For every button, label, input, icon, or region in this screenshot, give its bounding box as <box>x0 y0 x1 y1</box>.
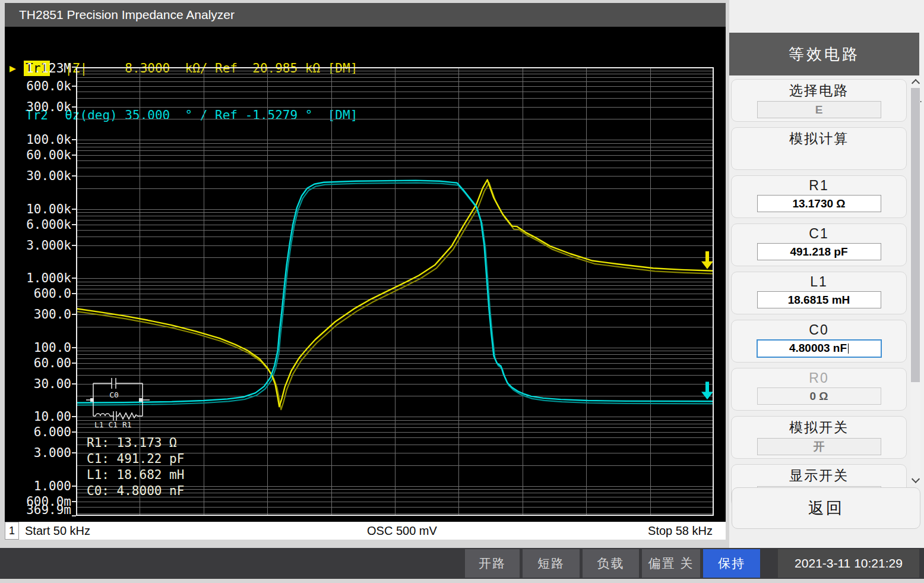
panel-item-label: 模拟计算 <box>732 130 906 148</box>
z-tick-mark <box>72 383 76 385</box>
z-tick-label: 3.000k <box>0 239 71 252</box>
scrollbar-thumb[interactable] <box>911 88 920 382</box>
sweep-status-strip: 1 Start 50 kHz OSC 500 mV Stop 58 kHz <box>5 522 726 540</box>
instrument-window: TH2851 Precision Impedance Analyzer ▶Tr1… <box>0 0 924 583</box>
panel-scrollbar[interactable] <box>910 78 920 484</box>
start-frequency[interactable]: Start 50 kHz <box>25 524 90 538</box>
fit-result-l1: L1: 18.682 mH <box>87 468 184 482</box>
panel-item-label: 显示开关 <box>732 467 906 485</box>
z-tick-label: 30.00 <box>0 377 71 390</box>
z-tick-mark <box>72 314 76 315</box>
z-tick-mark <box>72 347 76 348</box>
panel-item-value-r1[interactable]: 13.1730 Ω <box>757 195 881 212</box>
z-tick-mark <box>72 515 76 516</box>
panel-item-sim-switch[interactable]: 模拟开关开 <box>731 416 907 459</box>
short-cal-button[interactable]: 短路 <box>523 549 580 578</box>
panel-item-value-c1[interactable]: 491.218 pF <box>757 243 881 260</box>
z-tick-mark <box>72 363 76 364</box>
title-bar: TH2851 Precision Impedance Analyzer <box>5 3 726 27</box>
panel-item-c1[interactable]: C1491.218 pF <box>731 223 907 266</box>
z-tick-mark <box>72 224 76 225</box>
load-cal-button[interactable]: 负载 <box>583 549 639 578</box>
circuit-c0-label: C0 <box>109 390 119 399</box>
back-button[interactable]: 返回 <box>732 487 920 529</box>
z-tick-label: 3.000 <box>0 446 71 459</box>
panel-item-c0[interactable]: C04.80003 nF <box>731 320 907 363</box>
fit-result-c0: C0: 4.8000 nF <box>87 484 184 498</box>
z-tick-label: 60.00k <box>0 149 71 162</box>
z-tick-mark <box>72 67 76 68</box>
circuit-branch-label: L1 C1 R1 <box>94 420 132 429</box>
panel-item-label: C1 <box>732 226 906 242</box>
datetime-display: 2021-3-11 10:21:29 <box>778 549 919 578</box>
panel-title: 等效电路 <box>729 33 919 75</box>
z-tick-label: 1.000k <box>0 272 71 285</box>
z-tick-mark <box>72 486 76 487</box>
z-tick-label: 10.00 <box>0 410 71 423</box>
z-tick-mark <box>72 209 76 210</box>
panel-item-label: R0 <box>732 370 906 386</box>
osc-level[interactable]: OSC 500 mV <box>367 524 437 538</box>
z-tick-label: 600.0 <box>0 287 71 300</box>
open-cal-button[interactable]: 开路 <box>465 549 520 578</box>
z-tick-mark <box>72 86 76 87</box>
fit-result-c1: C1: 491.22 pF <box>87 452 184 466</box>
bottom-bar: 开路短路负载偏置 关保持 2021-3-11 10:21:29 <box>0 548 924 579</box>
side-panel: 等效电路 选择电路E模拟计算R113.1730 ΩC1491.218 pFL11… <box>729 0 924 548</box>
z-tick-label: 600.0k <box>0 80 71 93</box>
z-tick-mark <box>72 139 76 140</box>
z-tick-label: 6.000 <box>0 426 71 439</box>
panel-item-simulate-calculate[interactable]: 模拟计算 <box>731 127 907 170</box>
z-tick-label: 30.00k <box>0 169 71 182</box>
channel-number: 1 <box>5 522 19 540</box>
fit-result-r1: R1: 13.173 Ω <box>87 436 177 450</box>
panel-item-r1[interactable]: R113.1730 Ω <box>731 175 907 218</box>
z-tick-mark <box>72 416 76 417</box>
window-title: TH2851 Precision Impedance Analyzer <box>19 8 235 21</box>
z-tick-mark <box>72 293 76 294</box>
z-tick-label: 300.0 <box>0 308 71 321</box>
panel-item-l1[interactable]: L118.6815 mH <box>731 272 907 314</box>
z-tick-label: 1.000 <box>0 480 71 493</box>
tr1-level-arrow-icon <box>701 251 713 269</box>
z-tick-label: 100.0 <box>0 341 71 354</box>
z-tick-mark <box>72 501 76 502</box>
stop-frequency[interactable]: Stop 58 kHz <box>648 524 713 538</box>
panel-item-select-circuit[interactable]: 选择电路E <box>731 79 907 122</box>
z-tick-mark <box>72 431 76 433</box>
z-tick-label: 10.00k <box>0 203 71 216</box>
panel-item-label: 选择电路 <box>732 81 906 100</box>
z-tick-mark <box>72 175 76 177</box>
z-tick-mark <box>72 452 76 453</box>
z-tick-label: 1.123M <box>0 62 71 75</box>
z-tick-label: 100.0k <box>0 133 71 146</box>
scroll-up-icon[interactable] <box>912 79 920 87</box>
panel-item-value-c0[interactable]: 4.80003 nF <box>757 339 882 358</box>
panel-item-r0[interactable]: R00 Ω <box>731 368 907 411</box>
panel-item-label: L1 <box>732 274 906 290</box>
panel-item-value-l1[interactable]: 18.6815 mH <box>757 291 881 308</box>
cal-button-group: 开路短路负载偏置 关保持 <box>465 549 760 578</box>
z-tick-mark <box>72 245 76 246</box>
z-tick-mark <box>72 155 76 156</box>
panel-item-label: C0 <box>732 322 906 338</box>
z-tick-label: 300.0k <box>0 100 71 114</box>
z-tick-mark <box>72 278 76 279</box>
panel-item-label: 模拟开关 <box>732 418 906 437</box>
panel-item-value-sim-switch[interactable]: 开 <box>757 438 881 455</box>
panel-item-value-select-circuit[interactable]: E <box>757 101 881 118</box>
panel-item-value-r0[interactable]: 0 Ω <box>757 387 881 405</box>
z-tick-label: 369.9m <box>0 503 71 516</box>
bias-off-button[interactable]: 偏置 关 <box>642 549 700 578</box>
panel-item-label: R1 <box>732 178 906 194</box>
z-tick-mark <box>72 106 76 108</box>
hold-button[interactable]: 保持 <box>703 549 760 578</box>
z-tick-label: 6.000k <box>0 218 71 231</box>
z-tick-label: 60.00 <box>0 357 71 370</box>
scroll-down-icon[interactable] <box>912 475 920 483</box>
